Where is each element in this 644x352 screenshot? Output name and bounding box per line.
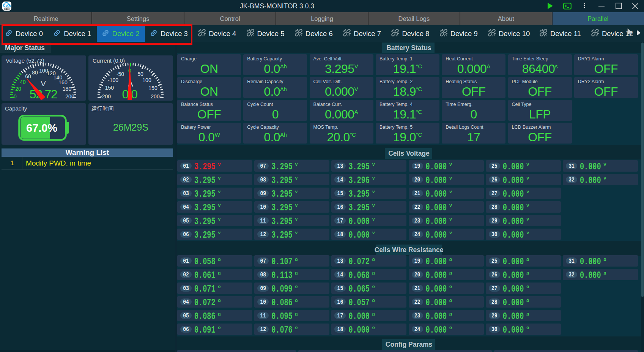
svg-text:V: V [41,79,46,88]
svg-text:50: 50 [137,71,143,77]
svg-text:200: 200 [151,93,160,99]
svg-text:200: 200 [65,93,74,99]
svg-text:180: 180 [63,86,72,92]
svg-text:-200: -200 [100,93,111,99]
svg-text:-50: -50 [117,71,124,77]
svg-text:0: 0 [14,93,17,99]
svg-text:80: 80 [32,69,38,76]
svg-text:60: 60 [25,73,31,79]
svg-text:40: 40 [20,79,26,85]
svg-text:150: 150 [148,85,157,91]
svg-text:-150: -150 [103,85,114,91]
svg-text:100: 100 [142,77,151,83]
svg-text:-100: -100 [108,77,118,83]
svg-text:20: 20 [15,86,21,92]
svg-text:160: 160 [58,79,68,85]
svg-text:67.0%: 67.0% [26,122,57,134]
